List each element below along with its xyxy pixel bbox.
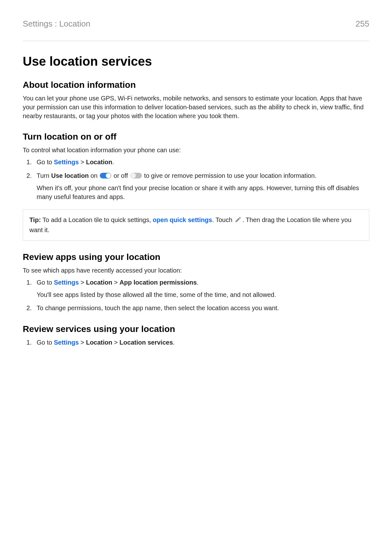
page-number: 255: [356, 19, 369, 29]
tip-text: . Touch: [212, 216, 234, 223]
location-bold: Location: [86, 159, 112, 166]
step-suffix: .: [197, 279, 199, 286]
step-sep: >: [112, 279, 120, 286]
location-bold: Location: [86, 339, 112, 346]
location-services-bold: Location services: [119, 339, 173, 346]
tip-box: Tip: To add a Location tile to quick set…: [23, 209, 369, 241]
review-apps-intro: To see which apps have recently accessed…: [23, 266, 369, 275]
edit-pencil-icon: [235, 216, 242, 226]
settings-link[interactable]: Settings: [54, 339, 79, 346]
review-apps-step-1: Go to Settings > Location > App location…: [33, 278, 369, 299]
section-heading-turn: Turn location on or off: [23, 132, 369, 142]
step-text: Go to: [37, 279, 54, 286]
step-sep: >: [79, 339, 86, 346]
step-text: Go to: [37, 339, 54, 346]
review-apps-steps: Go to Settings > Location > App location…: [23, 278, 369, 313]
review-apps-step-1-note: You'll see apps listed by those allowed …: [37, 290, 369, 299]
turn-step-1: Go to Settings > Location.: [33, 158, 369, 167]
toggle-on-icon: [100, 173, 111, 178]
tip-text: To add a Location tile to quick settings…: [41, 216, 153, 223]
review-services-step-1: Go to Settings > Location > Location ser…: [33, 338, 369, 347]
location-bold: Location: [86, 279, 112, 286]
document-page: Settings : Location 255 Use location ser…: [0, 0, 392, 347]
turn-intro: To control what location information you…: [23, 146, 369, 154]
settings-link[interactable]: Settings: [54, 159, 79, 166]
step-text: to give or remove permission to use your…: [142, 172, 317, 179]
use-location-bold: Use location: [51, 172, 89, 179]
divider: [23, 41, 369, 41]
step-sep: >: [112, 339, 120, 346]
app-location-permissions-bold: App location permissions: [119, 279, 196, 286]
page-header: Settings : Location 255: [23, 19, 369, 29]
step-suffix: .: [112, 159, 114, 166]
section-heading-review-services: Review services using your location: [23, 324, 369, 334]
page-title: Use location services: [23, 54, 369, 69]
turn-steps: Go to Settings > Location. Turn Use loca…: [23, 158, 369, 201]
step-sep: >: [79, 159, 86, 166]
review-services-steps: Go to Settings > Location > Location ser…: [23, 338, 369, 347]
breadcrumb: Settings : Location: [23, 19, 90, 29]
review-apps-step-2: To change permissions, touch the app nam…: [33, 304, 369, 313]
step-text: on: [89, 172, 99, 179]
turn-step-2: Turn Use location on or off to give or r…: [33, 171, 369, 201]
section-heading-review-apps: Review apps using your location: [23, 252, 369, 262]
turn-step-2-note: When it's off, your phone can't find you…: [37, 184, 369, 201]
tip-label: Tip:: [29, 216, 41, 223]
section-heading-about: About location information: [23, 80, 369, 90]
step-text: Go to: [37, 159, 54, 166]
toggle-off-icon: [130, 173, 142, 178]
step-text: Turn: [37, 172, 51, 179]
step-text: or off: [112, 172, 130, 179]
step-sep: >: [79, 279, 86, 286]
settings-link[interactable]: Settings: [54, 279, 79, 286]
open-quick-settings-link[interactable]: open quick settings: [153, 216, 212, 223]
step-suffix: .: [173, 339, 175, 346]
about-body: You can let your phone use GPS, Wi-Fi ne…: [23, 94, 369, 120]
